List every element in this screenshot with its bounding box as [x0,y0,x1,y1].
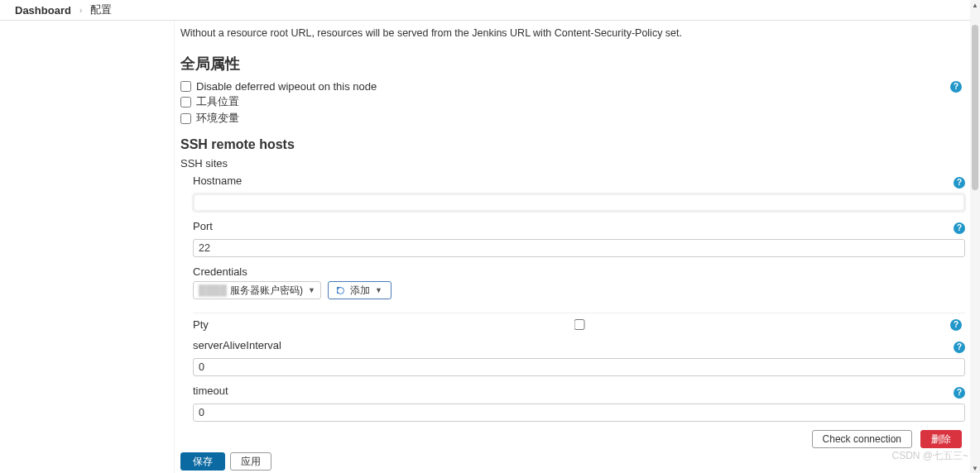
help-icon[interactable]: ? [954,387,965,399]
label-timeout: timeout [193,385,228,397]
scroll-thumb[interactable] [972,25,978,190]
checkbox-deferred-wipeout[interactable] [180,81,191,92]
add-credentials-button[interactable]: 添加 ▼ [328,281,392,299]
breadcrumb-dashboard[interactable]: Dashboard [15,4,71,17]
input-port[interactable] [193,239,965,257]
resource-root-help-text: Without a resource root URL, resources w… [180,27,965,39]
label-port: Port [193,220,213,232]
help-icon[interactable]: ? [950,81,962,93]
ssh-action-row: Check connection 删除 [193,430,965,448]
checkbox-env-vars[interactable] [180,113,191,124]
scroll-up-icon[interactable]: ▲ [970,0,980,10]
label-pty: Pty [193,318,209,331]
apply-button[interactable]: 应用 [230,452,271,471]
label-hostname: Hostname [193,174,242,187]
save-button[interactable]: 保存 [180,452,225,471]
add-credentials-label: 添加 [350,284,370,298]
breadcrumb-separator-icon: › [79,6,82,15]
checkbox-pty[interactable] [574,319,584,330]
checkbox-row-tool-locations: 工具位置 [180,94,965,109]
field-server-alive-interval: serverAliveInterval ? [193,339,965,376]
delete-button[interactable]: 删除 [920,430,962,448]
help-icon[interactable]: ? [954,177,965,189]
help-icon[interactable]: ? [950,319,962,331]
key-icon [337,287,347,294]
input-server-alive-interval[interactable] [193,358,965,376]
field-timeout: timeout ? [193,385,965,422]
input-hostname[interactable] [193,194,965,212]
select-credentials[interactable]: ████ 服务器账户密码) ▼ [193,281,321,299]
field-hostname: Hostname ? [193,174,965,212]
checkbox-row-deferred-wipeout: Disable deferred wipeout on this node ? [180,80,965,93]
field-pty: Pty ? [193,313,965,331]
checkbox-row-env-vars: 环境变量 [180,111,965,126]
label-tool-locations: 工具位置 [196,94,239,109]
chevron-down-icon: ▼ [375,286,382,294]
section-title-ssh-remote-hosts: SSH remote hosts [180,137,965,152]
help-icon[interactable]: ? [954,222,965,234]
section-title-global-properties: 全局属性 [180,54,965,74]
field-port: Port ? [193,220,965,257]
input-timeout[interactable] [193,404,965,422]
help-icon[interactable]: ? [954,342,965,353]
chevron-down-icon: ▼ [308,286,315,294]
breadcrumb: Dashboard › 配置 [0,0,980,21]
vertical-scrollbar[interactable]: ▲ ▼ [970,0,980,473]
label-deferred-wipeout: Disable deferred wipeout on this node [196,80,377,93]
select-credentials-text: 服务器账户密码) [230,284,303,298]
check-connection-button[interactable]: Check connection [812,430,912,448]
breadcrumb-config[interactable]: 配置 [90,2,112,17]
label-server-alive-interval: serverAliveInterval [193,339,281,351]
scroll-down-icon[interactable]: ▼ [970,463,980,473]
field-credentials: Credentials ████ 服务器账户密码) ▼ 添加 ▼ [193,265,965,299]
bottom-action-bar: 保存 应用 [180,452,271,471]
checkbox-tool-locations[interactable] [180,97,191,108]
label-env-vars: 环境变量 [196,111,239,126]
label-ssh-sites: SSH sites [180,157,965,170]
label-credentials: Credentials [193,265,965,278]
